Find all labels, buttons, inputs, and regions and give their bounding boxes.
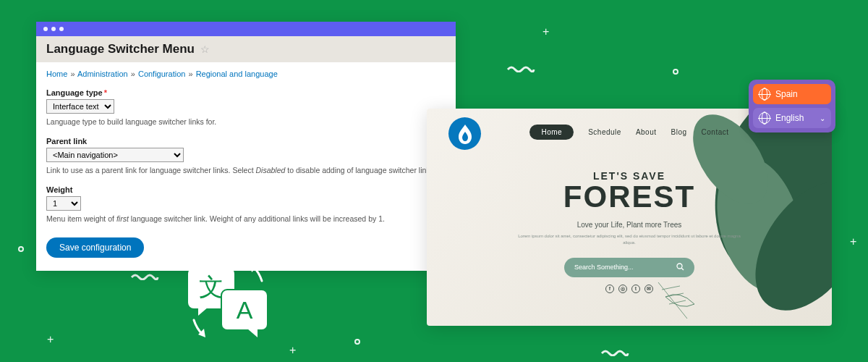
parent-link-select[interactable]: <Main navigation> xyxy=(46,148,184,162)
search-input[interactable]: Search Something... xyxy=(564,258,694,277)
nav-item-contact[interactable]: Contact xyxy=(702,128,729,136)
nav-item-schedule[interactable]: Schedule xyxy=(588,128,621,136)
weight-select[interactable]: 1 xyxy=(46,196,81,211)
page-title: Language Switcher Menu xyxy=(46,42,195,56)
search-placeholder: Search Something... xyxy=(574,264,634,271)
svg-point-4 xyxy=(677,264,682,269)
breadcrumb-sep: » xyxy=(70,70,75,78)
svg-line-5 xyxy=(681,268,684,270)
nav-item-about[interactable]: About xyxy=(636,128,657,136)
hero-title: FOREST xyxy=(514,183,745,211)
breadcrumb-sep: » xyxy=(188,70,192,78)
twitter-icon[interactable]: t xyxy=(631,285,640,293)
admin-body: Home » Administration » Configuration » … xyxy=(36,62,456,271)
field-label-text: Language type xyxy=(46,88,103,97)
lang-option-spain[interactable]: Spain xyxy=(753,84,831,104)
hero-tagline: Love your Life, Plant more Trees xyxy=(514,221,745,229)
field-description: Menu item weight of first language switc… xyxy=(46,214,446,225)
field-description: Link to use as a parent link for languag… xyxy=(46,165,446,177)
squiggle-icon xyxy=(506,64,535,72)
save-button[interactable]: Save configuration xyxy=(46,237,144,258)
lang-option-english[interactable]: English ⌄ xyxy=(753,108,831,128)
breadcrumb: Home » Administration » Configuration » … xyxy=(46,70,446,78)
squiggle-icon xyxy=(130,272,159,280)
svg-text:文: 文 xyxy=(199,273,224,300)
lang-label: Spain xyxy=(775,89,798,99)
circle-icon xyxy=(18,246,24,252)
search-icon xyxy=(676,263,684,272)
required-mark: * xyxy=(104,88,107,97)
star-icon[interactable]: ☆ xyxy=(200,43,210,55)
admin-title-bar: Language Switcher Menu ☆ xyxy=(36,36,456,62)
nav-item-blog[interactable]: Blog xyxy=(671,128,687,136)
desc-em: Disabled xyxy=(256,166,286,174)
field-parent-link: Parent link <Main navigation> Link to us… xyxy=(46,137,446,177)
svg-marker-9 xyxy=(198,307,208,316)
facebook-icon[interactable]: f xyxy=(605,285,614,293)
field-description: Language type to build language switcher… xyxy=(46,117,446,128)
translate-illustration-icon: 文 A xyxy=(174,246,282,355)
svg-marker-12 xyxy=(247,329,258,337)
circle-icon xyxy=(354,339,360,345)
breadcrumb-link[interactable]: Regional and language xyxy=(196,70,278,78)
field-label: Parent link xyxy=(46,137,446,146)
plus-icon: + xyxy=(542,25,549,38)
instagram-icon[interactable]: ◎ xyxy=(618,285,627,293)
desc-text: Link to use as a parent link for languag… xyxy=(46,166,256,174)
desc-text: language switcher link. Weight of any ad… xyxy=(129,214,385,223)
language-switcher: Spain English ⌄ xyxy=(749,80,835,132)
lang-label: English xyxy=(775,113,804,123)
language-type-select[interactable]: Interface text xyxy=(46,99,114,114)
squiggle-icon xyxy=(600,348,629,356)
circle-icon xyxy=(673,69,678,75)
desc-text: to disable adding of language switcher l… xyxy=(285,166,435,174)
chrome-dot-icon xyxy=(59,27,64,31)
plus-icon: + xyxy=(289,344,296,357)
breadcrumb-sep: » xyxy=(131,70,135,78)
breadcrumb-link[interactable]: Configuration xyxy=(138,70,185,78)
field-label: Weight xyxy=(46,185,446,194)
nav-item-home[interactable]: Home xyxy=(529,125,574,140)
hero-lorem: Lorem ipsum dolor sit amet, consectetur … xyxy=(514,233,745,246)
desc-text: Menu item weight of xyxy=(46,214,116,223)
plus-icon: + xyxy=(850,235,856,248)
breadcrumb-link[interactable]: Administration xyxy=(77,70,128,78)
svg-text:A: A xyxy=(237,296,253,324)
plus-icon: + xyxy=(47,333,54,346)
window-chrome xyxy=(36,22,456,36)
desc-em: first xyxy=(116,214,129,223)
field-language-type: Language type* Interface text Language t… xyxy=(46,88,446,128)
chrome-dot-icon xyxy=(43,27,48,31)
chrome-dot-icon xyxy=(51,27,56,31)
globe-icon xyxy=(759,88,770,100)
field-weight: Weight 1 Menu item weight of first langu… xyxy=(46,185,446,225)
chevron-down-icon: ⌄ xyxy=(820,114,825,122)
globe-icon xyxy=(759,112,770,124)
social-row: f ◎ t ✉ xyxy=(514,285,745,293)
breadcrumb-link[interactable]: Home xyxy=(46,70,67,78)
site-preview: Home Schedule About Blog Contact LET'S S… xyxy=(427,109,832,326)
admin-window: Language Switcher Menu ☆ Home » Administ… xyxy=(36,22,456,271)
hero-section: LET'S SAVE FOREST Love your Life, Plant … xyxy=(514,170,745,293)
field-label: Language type* xyxy=(46,88,446,97)
mail-icon[interactable]: ✉ xyxy=(644,285,653,293)
